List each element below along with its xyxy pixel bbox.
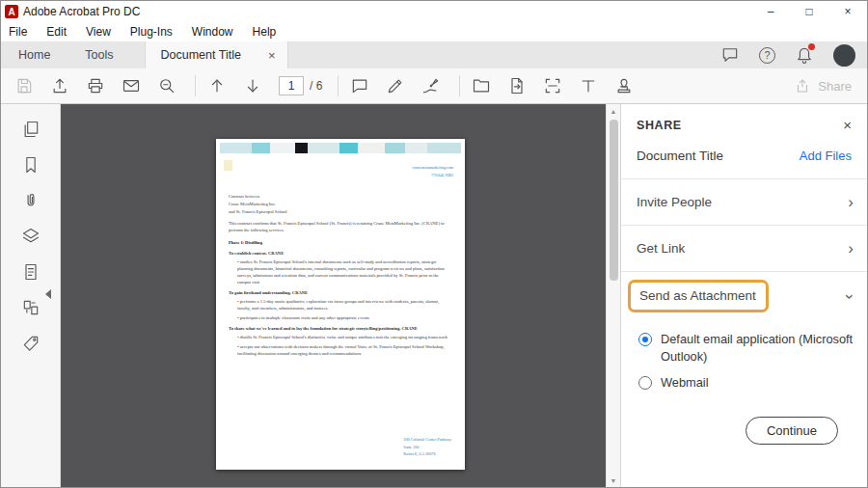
footer-line: 300 Colonial Center Parkway <box>403 436 451 444</box>
left-nav-panel <box>1 104 61 487</box>
footer-line: Suite 100 <box>403 444 451 451</box>
share-button-label: Share <box>818 79 852 94</box>
share-panel-close-icon[interactable]: × <box>843 117 852 133</box>
page-up-icon[interactable] <box>207 76 227 95</box>
vertical-scrollbar[interactable]: ▲ ▼ <box>606 104 620 487</box>
doc-bullet: participates in multiple classroom visit… <box>237 314 450 321</box>
page-footer-address: 300 Colonial Center Parkway Suite 100 Ro… <box>403 436 451 458</box>
option-default-email[interactable]: Default email application (Microsoft Out… <box>638 331 854 366</box>
tab-tools[interactable]: Tools <box>68 48 130 62</box>
collapse-panel-arrow-icon[interactable] <box>45 289 51 299</box>
window-title: Adobe Acrobat Pro DC <box>23 5 140 18</box>
save-icon[interactable] <box>14 76 34 95</box>
page-down-icon[interactable] <box>243 76 262 95</box>
menu-edit[interactable]: Edit <box>46 25 67 39</box>
comments-icon[interactable] <box>720 45 740 65</box>
export-icon[interactable] <box>507 76 527 95</box>
menu-file[interactable]: File <box>9 25 27 39</box>
tab-close-icon[interactable]: × <box>268 48 276 63</box>
continue-button[interactable]: Continue <box>746 417 838 445</box>
upload-icon[interactable] <box>50 76 69 95</box>
doc-bullet: performs a 1.5-day onsite qualitative ex… <box>237 298 450 312</box>
page-count-label: / 6 <box>310 79 322 93</box>
email-icon[interactable] <box>122 76 141 95</box>
print-icon[interactable] <box>86 76 105 95</box>
page-header-stripe <box>220 143 461 153</box>
get-link-label: Get Link <box>637 241 685 256</box>
scan-icon[interactable] <box>543 76 562 95</box>
get-link-row[interactable]: Get Link › <box>621 226 867 271</box>
help-icon[interactable]: ? <box>759 47 775 64</box>
menu-window[interactable]: Window <box>192 25 233 39</box>
doc-bullet: studies St. Francis Episcopal School's i… <box>237 258 450 285</box>
add-text-icon[interactable] <box>579 76 598 95</box>
window-controls: – □ × <box>751 1 867 22</box>
add-files-link[interactable]: Add Files <box>800 149 852 163</box>
page-thumbnails-icon[interactable] <box>21 120 41 139</box>
share-panel-header: SHARE × <box>621 104 867 141</box>
tab-document-label: Document Title <box>161 48 241 62</box>
share-button[interactable]: Share <box>794 77 852 95</box>
content-panel-icon[interactable] <box>21 262 41 282</box>
highlight-icon[interactable] <box>386 76 405 95</box>
notifications-bell-icon[interactable] <box>795 45 814 65</box>
page-body-text: Contract between Crane MetaMarketing Inc… <box>229 193 450 360</box>
pdf-page: cranemetamarketing.com 770.641.9382 Cont… <box>216 139 465 470</box>
maximize-button[interactable]: □ <box>790 1 828 22</box>
tab-home[interactable]: Home <box>1 48 68 62</box>
doc-line: Contract between <box>229 193 450 200</box>
page-number-input[interactable] <box>279 76 304 95</box>
menu-bar: File Edit View Plug-Ins Window Help <box>1 22 867 41</box>
menu-plugins[interactable]: Plug-Ins <box>130 25 173 39</box>
share-panel-title: SHARE <box>637 119 682 132</box>
title-bar: A Adobe Acrobat Pro DC – □ × <box>1 1 867 22</box>
document-view-area: cranemetamarketing.com 770.641.9382 Cont… <box>61 104 620 487</box>
zoom-out-icon[interactable] <box>157 76 176 95</box>
tab-bar: Home Tools Document Title × ? <box>1 41 867 68</box>
sign-icon[interactable] <box>421 76 441 95</box>
adobe-acrobat-logo-icon: A <box>5 5 18 18</box>
minimize-button[interactable]: – <box>751 1 790 22</box>
radio-selected-icon[interactable] <box>638 333 652 346</box>
invite-people-row[interactable]: Invite People › <box>621 179 867 225</box>
option-default-email-label: Default email application (Microsoft Out… <box>661 331 854 366</box>
doc-heading: Phase I: Distilling <box>229 239 450 246</box>
scroll-up-icon[interactable]: ▲ <box>610 104 617 118</box>
menu-help[interactable]: Help <box>253 25 277 39</box>
radio-unselected-icon[interactable] <box>638 376 652 390</box>
doc-subheading: To establish context, CRANE <box>229 250 450 257</box>
stamp-icon[interactable] <box>614 76 634 95</box>
folder-icon[interactable] <box>472 76 491 95</box>
close-window-button[interactable]: × <box>828 1 867 22</box>
scroll-down-icon[interactable]: ▼ <box>610 474 617 487</box>
acrobat-window: A Adobe Acrobat Pro DC – □ × File Edit V… <box>0 0 868 488</box>
logo-letter: A <box>8 7 14 17</box>
bookmarks-icon[interactable] <box>21 155 41 175</box>
user-avatar[interactable] <box>833 44 855 67</box>
scrollbar-thumb[interactable] <box>610 120 618 281</box>
comment-icon[interactable] <box>350 76 369 95</box>
doc-paragraph: This contract confirms that St. Francis … <box>229 220 450 233</box>
chevron-right-icon: › <box>848 240 854 257</box>
doc-subheading: To share what we've learned and to lay t… <box>229 325 450 332</box>
page-contact-info: cranemetamarketing.com 770.641.9382 <box>413 164 453 178</box>
organize-pages-icon[interactable] <box>21 298 41 317</box>
main-area: cranemetamarketing.com 770.641.9382 Cont… <box>1 104 867 487</box>
tags-icon[interactable] <box>21 334 41 353</box>
tab-document-title[interactable]: Document Title × <box>145 41 288 68</box>
share-document-title: Document Title <box>637 149 723 163</box>
attachments-paperclip-icon[interactable] <box>21 191 41 210</box>
invite-people-label: Invite People <box>637 195 712 209</box>
contact-phone: 770.641.9382 <box>413 172 453 179</box>
doc-subheading: To gain firsthand understanding, CRANE <box>229 289 450 296</box>
doc-bullet: accepts our observations with decision m… <box>237 343 450 357</box>
toolbar-separator <box>338 75 339 96</box>
send-as-attachment-row[interactable]: Send as Attachment › <box>621 272 867 320</box>
doc-line: Crane MetaMarketing Inc. <box>229 201 450 207</box>
menu-view[interactable]: View <box>86 25 111 39</box>
chevron-down-icon: › <box>843 293 859 299</box>
option-webmail[interactable]: Webmail <box>638 374 854 392</box>
notification-dot <box>808 43 815 50</box>
toolbar-separator <box>459 75 460 96</box>
layers-icon[interactable] <box>21 227 41 246</box>
